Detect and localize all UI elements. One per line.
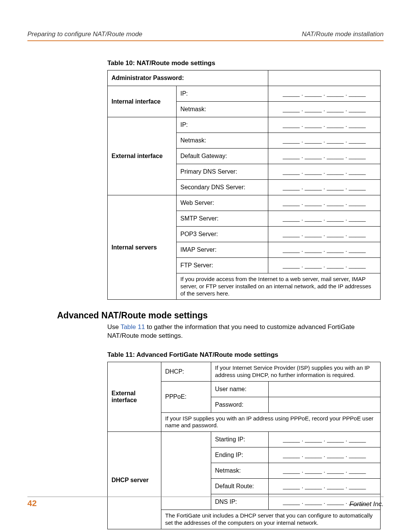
cell-pppoe-label: PPPoE: (161, 381, 211, 412)
cell-netmask-label: Netmask: (177, 133, 268, 149)
table-row: Administrator Password: (108, 70, 381, 86)
table-row: Internal servers Web Server: _____ . ___… (108, 195, 381, 211)
cell-sdns-label: Secondary DNS Server: (177, 180, 268, 195)
footer-company: Fortinet Inc. (349, 500, 384, 508)
cell-ip-blank: _____ . _____ . _____ . _____ (269, 479, 381, 494)
cell-ip-blank: _____ . _____ . _____ . _____ (268, 102, 381, 117)
cell-password-label: Password: (211, 397, 269, 412)
cell-ip-blank: _____ . _____ . _____ . _____ (269, 447, 381, 463)
page: Preparing to configure NAT/Route mode NA… (0, 0, 411, 532)
cell-dhcp-note: The FortiGate unit includes a DHCP serve… (161, 510, 381, 529)
cell-pppoe-note: If your ISP supplies you with an IP addr… (161, 412, 381, 432)
cell-ip-label: IP: (177, 117, 268, 133)
table-row: External interface DHCP: If your Interne… (108, 362, 381, 382)
cell-blank (269, 397, 381, 412)
header-left: Preparing to configure NAT/Route mode (27, 30, 142, 38)
footer-row: 42 Fortinet Inc. (27, 498, 384, 508)
header-right: NAT/Route mode installation (302, 30, 384, 38)
cell-pdns-label: Primary DNS Server: (177, 164, 268, 180)
table10: Administrator Password: Internal interfa… (107, 70, 381, 300)
body-para: Use Table 11 to gather the information t… (107, 323, 381, 340)
cell-ending-ip: Ending IP: (211, 447, 269, 463)
cell-pop3-label: POP3 Server: (177, 227, 268, 242)
cell-external-if: External interface (108, 117, 177, 195)
footer-rule (27, 497, 384, 497)
section-heading: Advanced NAT/Route mode settings (57, 310, 384, 321)
table11-link[interactable]: Table 11 (121, 323, 145, 331)
cell-admin-pw: Administrator Password: (108, 70, 268, 86)
cell-username-label: User name: (211, 381, 269, 397)
cell-internal-if: Internal interface (108, 86, 177, 117)
cell-netmask: Netmask: (211, 463, 269, 479)
cell-dhcp-label: DHCP: (161, 362, 211, 382)
cell-servers-note: If you provide access from the Internet … (177, 273, 381, 300)
cell-blank (269, 381, 381, 397)
page-number: 42 (27, 498, 37, 508)
content-col: Table 10: NAT/Route mode settings Admini… (107, 59, 381, 300)
cell-ip-blank: _____ . _____ . _____ . _____ (268, 164, 381, 180)
cell-dhcp-desc: If your Internet Service Provider (ISP) … (211, 362, 381, 382)
cell-smtp-label: SMTP Server: (177, 211, 268, 227)
cell-web-label: Web Server: (177, 195, 268, 211)
cell-ip-blank: _____ . _____ . _____ . _____ (269, 463, 381, 479)
table11-caption: Table 11: Advanced FortiGate NAT/Route m… (107, 351, 381, 359)
para-pre: Use (107, 323, 121, 331)
table-row: DHCP server Starting IP: _____ . _____ .… (108, 432, 381, 447)
cell-default-route: Default Route: (211, 479, 269, 494)
cell-internal-servers: Internal servers (108, 195, 177, 300)
cell-ip-blank: _____ . _____ . _____ . _____ (268, 258, 381, 273)
table-row: Internal interface IP: _____ . _____ . _… (108, 86, 381, 102)
running-header: Preparing to configure NAT/Route mode NA… (27, 30, 384, 38)
cell-ip-blank: _____ . _____ . _____ . _____ (268, 195, 381, 211)
cell-imap-label: IMAP Server: (177, 242, 268, 258)
table-row: External interface IP: _____ . _____ . _… (108, 117, 381, 133)
table10-caption: Table 10: NAT/Route mode settings (107, 59, 381, 67)
cell-external-if: External interface (108, 362, 161, 432)
cell-ip-blank: _____ . _____ . _____ . _____ (268, 133, 381, 149)
cell-ip-blank: _____ . _____ . _____ . _____ (268, 86, 381, 102)
cell-defgw-label: Default Gateway: (177, 149, 268, 164)
cell-ip-blank: _____ . _____ . _____ . _____ (268, 117, 381, 133)
cell-ip-blank: _____ . _____ . _____ . _____ (268, 180, 381, 195)
cell-ip-blank: _____ . _____ . _____ . _____ (268, 211, 381, 227)
cell-ftp-label: FTP Server: (177, 258, 268, 273)
cell-ip-label: IP: (177, 86, 268, 102)
cell-dhcp-server: DHCP server (108, 432, 161, 529)
cell-blank (268, 70, 381, 86)
cell-netmask-label: Netmask: (177, 102, 268, 117)
cell-starting-ip: Starting IP: (211, 432, 269, 447)
cell-ip-blank: _____ . _____ . _____ . _____ (268, 227, 381, 242)
footer: 42 Fortinet Inc. (27, 497, 384, 508)
cell-ip-blank: _____ . _____ . _____ . _____ (269, 432, 381, 447)
header-rule (27, 40, 384, 41)
cell-ip-blank: _____ . _____ . _____ . _____ (268, 149, 381, 164)
cell-ip-blank: _____ . _____ . _____ . _____ (268, 242, 381, 258)
